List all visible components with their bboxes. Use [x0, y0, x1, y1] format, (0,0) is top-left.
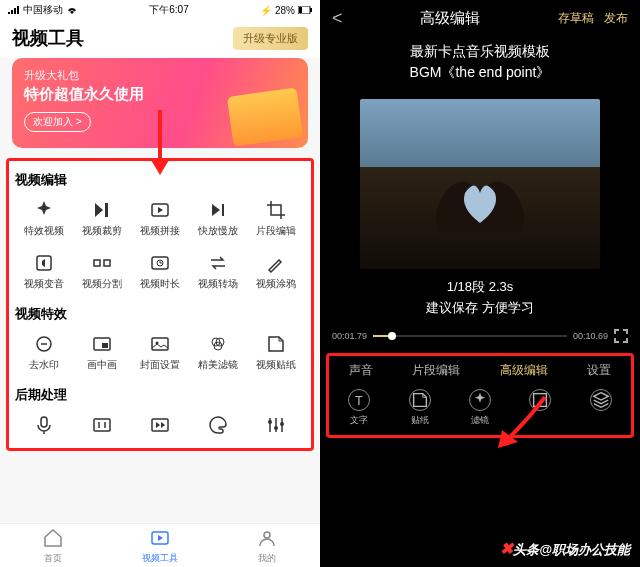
svg-point-25: [274, 426, 278, 430]
tools-highlight-box: 视频编辑特效视频视频裁剪视频拼接快放慢放片段编辑视频变音视频分割视频时长视频转场…: [6, 158, 314, 451]
bolt-icon: ⚡: [260, 5, 272, 16]
tool-brush[interactable]: 视频涂鸦: [247, 246, 305, 299]
tool-label: 贴纸: [411, 414, 429, 427]
pip-icon: [91, 333, 113, 355]
video-preview[interactable]: [360, 99, 600, 269]
svg-rect-1: [11, 10, 13, 14]
editor-tool-sticker[interactable]: 贴纸: [409, 389, 431, 427]
fullscreen-icon[interactable]: [614, 329, 628, 343]
layers-icon: [590, 389, 612, 411]
tool-play-box[interactable]: 视频拼接: [131, 193, 189, 246]
tool-clock-box[interactable]: 视频时长: [131, 246, 189, 299]
play-skip-icon: [91, 199, 113, 221]
heart-hands-icon: [410, 143, 550, 243]
equalizer-icon: [265, 414, 287, 436]
tool-label: 滤镜: [471, 414, 489, 427]
crop-icon: [265, 199, 287, 221]
svg-rect-5: [299, 7, 302, 13]
play-outline-icon: [149, 527, 171, 551]
promo-line1: 升级大礼包: [24, 68, 296, 83]
tool-pip[interactable]: 画中画: [73, 327, 131, 380]
nav-user[interactable]: 我的: [213, 524, 320, 567]
tool-stamp[interactable]: 去水印: [15, 327, 73, 380]
compress-icon: [91, 414, 113, 436]
tool-label: 视频拼接: [140, 225, 180, 238]
tool-equalizer[interactable]: [247, 408, 305, 448]
headline-2: BGM《the end point》: [320, 62, 640, 83]
playhead[interactable]: [388, 332, 396, 340]
text-icon: T: [348, 389, 370, 411]
tool-play-skip[interactable]: 视频裁剪: [73, 193, 131, 246]
svg-point-24: [268, 420, 272, 424]
tool-mic[interactable]: [15, 408, 73, 448]
tool-label: 视频分割: [82, 278, 122, 291]
signal-icon: [8, 6, 20, 14]
back-button[interactable]: <: [332, 8, 343, 29]
timeline[interactable]: 00:01.79 00:10.69: [320, 329, 640, 343]
swap-icon: [207, 252, 229, 274]
tool-label: 视频时长: [140, 278, 180, 291]
clock: 下午6:07: [149, 3, 188, 17]
tool-label: 视频贴纸: [256, 359, 296, 372]
progress-bar[interactable]: [373, 335, 567, 337]
tab-片段编辑[interactable]: 片段编辑: [412, 362, 460, 379]
section-header: 后期处理: [15, 380, 305, 408]
watermark: ✖头条@职场办公技能: [500, 539, 630, 559]
tool-label: 快放慢放: [198, 225, 238, 238]
publish-button[interactable]: 发布: [604, 10, 628, 27]
status-bar: 中国移动 下午6:07 ⚡ 28%: [0, 0, 320, 20]
tool-filter[interactable]: 精美滤镜: [189, 327, 247, 380]
tool-split[interactable]: 视频分割: [73, 246, 131, 299]
editor-tool-layers[interactable]: [590, 389, 612, 427]
tool-crop[interactable]: 片段编辑: [247, 193, 305, 246]
nav-label: 首页: [44, 552, 62, 565]
editor-tool-text[interactable]: T文字: [348, 389, 370, 427]
tool-label: 封面设置: [140, 359, 180, 372]
tool-label: 视频变音: [24, 278, 64, 291]
sticker-icon: [409, 389, 431, 411]
segment-info: 1/18段 2.3s: [320, 277, 640, 298]
play-box-icon: [149, 199, 171, 221]
tool-skip-end[interactable]: 快放慢放: [189, 193, 247, 246]
tool-label: 精美滤镜: [198, 359, 238, 372]
svg-text:T: T: [355, 392, 363, 407]
tool-sticker[interactable]: 视频贴纸: [247, 327, 305, 380]
tab-设置[interactable]: 设置: [587, 362, 611, 379]
tool-speed-box[interactable]: [131, 408, 189, 448]
tool-cover[interactable]: 封面设置: [131, 327, 189, 380]
section-header: 视频特效: [15, 299, 305, 327]
tool-compress[interactable]: [73, 408, 131, 448]
tool-label: 去水印: [29, 359, 59, 372]
brush-icon: [265, 252, 287, 274]
split-icon: [91, 252, 113, 274]
nav-home[interactable]: 首页: [0, 524, 107, 567]
svg-rect-21: [41, 417, 47, 427]
nav-play-outline[interactable]: 视频工具: [107, 524, 214, 567]
nav-label: 我的: [258, 552, 276, 565]
tab-高级编辑[interactable]: 高级编辑: [500, 362, 548, 379]
svg-rect-2: [14, 8, 16, 14]
carrier-label: 中国移动: [23, 3, 63, 17]
clock-box-icon: [149, 252, 171, 274]
svg-rect-15: [102, 343, 108, 348]
promo-art: [227, 87, 303, 146]
save-draft-button[interactable]: 存草稿: [558, 10, 594, 27]
cover-icon: [149, 333, 171, 355]
promo-cta[interactable]: 欢迎加入 >: [24, 112, 91, 132]
upgrade-pro-button[interactable]: 升级专业版: [233, 27, 308, 50]
tool-sparkle[interactable]: 特效视频: [15, 193, 73, 246]
tool-sound-box[interactable]: 视频变音: [15, 246, 73, 299]
tool-label: 视频涂鸦: [256, 278, 296, 291]
annotation-arrow-icon: [145, 110, 175, 180]
tab-声音[interactable]: 声音: [349, 362, 373, 379]
headline-1: 最新卡点音乐视频模板: [320, 41, 640, 62]
editor-tool-magic[interactable]: 滤镜: [469, 389, 491, 427]
sound-box-icon: [33, 252, 55, 274]
palette-icon: [207, 414, 229, 436]
tool-swap[interactable]: 视频转场: [189, 246, 247, 299]
sparkle-icon: [33, 199, 55, 221]
tool-palette[interactable]: [189, 408, 247, 448]
home-icon: [42, 527, 64, 551]
speed-box-icon: [149, 414, 171, 436]
svg-rect-0: [8, 12, 10, 14]
